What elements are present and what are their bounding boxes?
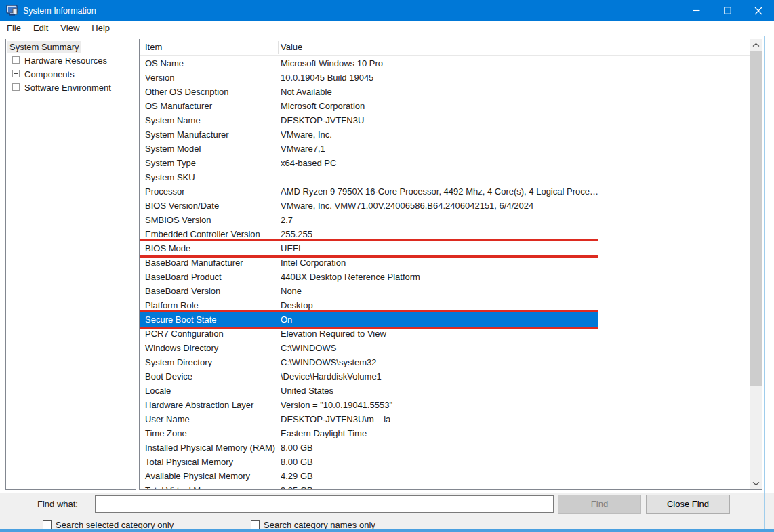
table-row[interactable]: Installed Physical Memory (RAM)8.00 GB (140, 441, 598, 455)
chevron-up-icon (752, 43, 760, 47)
search-selected-category-checkbox[interactable] (43, 520, 52, 529)
table-row[interactable]: LocaleUnited States (140, 384, 598, 398)
search-selected-category-label: Search selected category only (56, 520, 174, 530)
row-value-cell: C:\WINDOWS (281, 343, 598, 353)
row-item-cell: BIOS Version/Date (140, 201, 281, 211)
tree-item-system-summary[interactable]: System Summary (7, 41, 81, 53)
table-row[interactable]: BaseBoard VersionNone (140, 284, 598, 298)
row-value-cell: Microsoft Windows 10 Pro (281, 58, 598, 68)
search-category-names-label: Search category names only (264, 520, 375, 530)
menu-bar: FileEditViewHelp (0, 21, 774, 36)
row-value-cell: 10.0.19045 Build 19045 (281, 73, 598, 83)
column-separator[interactable] (278, 41, 279, 54)
plus-box-icon[interactable] (12, 83, 20, 91)
row-item-cell: BIOS Mode (140, 243, 281, 253)
search-selected-category-option: Search selected category only (43, 520, 174, 530)
window-bottom-border (0, 529, 774, 532)
close-find-button[interactable]: Close Find (646, 495, 730, 514)
row-item-cell: PCR7 Configuration (140, 329, 281, 339)
row-value-cell: UEFI (281, 243, 598, 253)
table-row[interactable]: System DirectoryC:\WINDOWS\system32 (140, 355, 598, 369)
row-item-cell: System SKU (140, 172, 281, 182)
app-icon (6, 5, 18, 16)
table-row[interactable]: Time ZoneEastern Daylight Time (140, 426, 598, 441)
window-controls (680, 0, 774, 21)
tree-item-components[interactable]: Components (6, 67, 136, 81)
table-row[interactable]: System NameDESKTOP-JVTFN3U (140, 113, 598, 127)
table-row[interactable]: Hardware Abstraction LayerVersion = "10.… (140, 398, 598, 412)
table-row[interactable]: OS ManufacturerMicrosoft Corporation (140, 99, 598, 113)
column-header-item[interactable]: Item (145, 42, 162, 52)
menu-item-file[interactable]: File (1, 21, 27, 36)
row-value-cell: 440BX Desktop Reference Platform (281, 272, 598, 282)
vertical-scrollbar[interactable] (750, 39, 762, 489)
close-button[interactable] (743, 0, 774, 21)
table-row[interactable]: Total Physical Memory8.00 GB (140, 455, 598, 469)
table-row[interactable]: Secure Boot StateOn (140, 312, 598, 327)
row-value-cell: 8.00 GB (281, 457, 598, 467)
minimize-button[interactable] (680, 0, 712, 21)
plus-box-icon[interactable] (12, 70, 20, 77)
column-separator[interactable] (598, 41, 598, 54)
table-row[interactable]: BIOS ModeUEFI (140, 241, 598, 255)
row-value-cell: 2.7 (281, 215, 598, 225)
row-item-cell: Time Zone (140, 428, 281, 438)
maximize-button[interactable] (712, 0, 743, 21)
title-bar: System Information (0, 0, 774, 21)
row-value-cell: \Device\HarddiskVolume1 (281, 371, 598, 382)
scroll-up-button[interactable] (750, 39, 762, 51)
table-row[interactable]: BaseBoard ManufacturerIntel Corporation (140, 255, 598, 270)
row-value-cell: None (281, 286, 598, 296)
row-value-cell: VMware, Inc. (281, 129, 598, 140)
row-item-cell: OS Manufacturer (140, 101, 281, 111)
find-button[interactable]: Find (558, 495, 641, 514)
table-row[interactable]: Available Physical Memory4.29 GB (140, 469, 598, 483)
table-row[interactable]: Other OS DescriptionNot Available (140, 85, 598, 99)
column-header-value[interactable]: Value (281, 42, 302, 52)
row-item-cell: System Manufacturer (140, 129, 281, 140)
table-row[interactable]: ProcessorAMD Ryzen 9 7950X 16-Core Proce… (140, 184, 598, 199)
table-row[interactable]: BIOS Version/DateVMware, Inc. VMW71.00V.… (140, 199, 598, 213)
scroll-down-button[interactable] (750, 478, 762, 489)
row-item-cell: BaseBoard Version (140, 286, 281, 296)
search-category-names-checkbox[interactable] (251, 520, 260, 529)
table-row[interactable]: Windows DirectoryC:\WINDOWS (140, 341, 598, 355)
table-row[interactable]: OS NameMicrosoft Windows 10 Pro (140, 56, 598, 70)
row-item-cell: System Name (140, 115, 281, 125)
table-row[interactable]: System ModelVMware7,1 (140, 142, 598, 156)
table-row[interactable]: Platform RoleDesktop (140, 298, 598, 312)
table-row[interactable]: Embedded Controller Version255.255 (140, 227, 598, 241)
row-item-cell: SMBIOS Version (140, 215, 281, 225)
find-input[interactable] (95, 495, 554, 513)
table-row[interactable]: System Typex64-based PC (140, 156, 598, 170)
table-row[interactable]: BaseBoard Product440BX Desktop Reference… (140, 270, 598, 284)
row-item-cell: Platform Role (140, 300, 281, 310)
row-value-cell: Version = "10.0.19041.5553" (281, 400, 598, 410)
window-right-border (764, 36, 765, 529)
row-value-cell: Not Available (281, 87, 598, 97)
row-value-cell: 255.255 (281, 229, 598, 239)
list-header: Item Value (140, 39, 750, 56)
row-item-cell: Secure Boot State (140, 314, 281, 325)
row-value-cell: DESKTOP-JVTFN3U\m__la (281, 414, 598, 424)
table-row[interactable]: Version10.0.19045 Build 19045 (140, 70, 598, 85)
row-value-cell: Microsoft Corporation (281, 101, 598, 111)
table-row[interactable]: SMBIOS Version2.7 (140, 213, 598, 227)
table-row[interactable]: PCR7 ConfigurationElevation Required to … (140, 327, 598, 341)
plus-box-icon[interactable] (12, 56, 20, 64)
table-rows: OS NameMicrosoft Windows 10 ProVersion10… (140, 56, 598, 489)
menu-item-edit[interactable]: Edit (27, 21, 54, 36)
table-row[interactable]: System ManufacturerVMware, Inc. (140, 127, 598, 142)
tree-item-software-environment[interactable]: Software Environment (6, 81, 136, 94)
menu-item-help[interactable]: Help (85, 21, 116, 36)
table-row[interactable]: System SKU (140, 170, 598, 184)
table-row[interactable]: Total Virtual Memory9.25 GB (140, 483, 598, 489)
scrollbar-thumb[interactable] (750, 51, 762, 386)
tree-item-hardware-resources[interactable]: Hardware Resources (6, 54, 136, 67)
table-row[interactable]: User NameDESKTOP-JVTFN3U\m__la (140, 412, 598, 426)
table-row[interactable]: Boot Device\Device\HarddiskVolume1 (140, 369, 598, 384)
find-bar: Find what: Find Close Find Search select… (0, 493, 774, 529)
row-value-cell: Elevation Required to View (281, 329, 598, 339)
menu-item-view[interactable]: View (54, 21, 85, 36)
row-item-cell: Boot Device (140, 371, 281, 382)
